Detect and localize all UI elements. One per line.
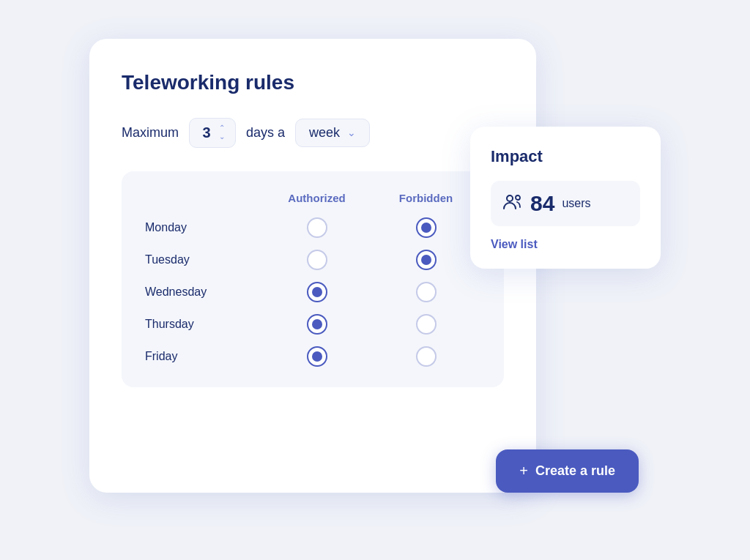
maximum-row: Maximum 3 ⌃ ⌄ days a week ⌄	[122, 118, 504, 148]
forbidden-radio-cell[interactable]	[371, 217, 480, 238]
svg-point-1	[516, 195, 520, 200]
table-row: Tuesday	[145, 250, 480, 270]
card-title: Teleworking rules	[122, 71, 504, 94]
authorized-radio-cell[interactable]	[262, 250, 371, 270]
forbidden-radio-cell[interactable]	[371, 314, 480, 335]
forbidden-radio[interactable]	[416, 282, 437, 302]
forbidden-radio[interactable]	[416, 250, 437, 270]
table-row: Thursday	[145, 314, 480, 335]
chevron-down-icon: ⌄	[347, 127, 356, 138]
stepper-up-arrow[interactable]: ⌃	[219, 124, 225, 132]
users-label: users	[562, 197, 590, 210]
day-name: Thursday	[145, 318, 262, 331]
authorized-radio[interactable]	[307, 217, 327, 238]
authorized-radio[interactable]	[307, 314, 327, 335]
period-dropdown[interactable]: week ⌄	[295, 119, 370, 147]
forbidden-radio[interactable]	[416, 314, 437, 335]
view-list-link[interactable]: View list	[491, 238, 538, 250]
table-row: Monday	[145, 217, 480, 238]
impact-users-row: 84 users	[491, 181, 640, 226]
days-a-label: days a	[246, 125, 285, 141]
forbidden-radio[interactable]	[416, 346, 437, 367]
forbidden-radio-cell[interactable]	[371, 250, 480, 270]
number-stepper[interactable]: 3 ⌃ ⌄	[189, 118, 236, 148]
impact-card: Impact 84 users View list	[470, 127, 661, 269]
col-header-forbidden: Forbidden	[371, 192, 480, 204]
day-name: Wednesday	[145, 285, 262, 299]
authorized-radio-cell[interactable]	[262, 217, 371, 238]
stepper-down-arrow[interactable]: ⌄	[219, 133, 225, 141]
teleworking-rules-card: Teleworking rules Maximum 3 ⌃ ⌄ days a w…	[89, 39, 536, 493]
users-count: 84	[530, 191, 554, 216]
table-header: Authorized Forbidden	[145, 192, 480, 204]
period-value: week	[309, 125, 340, 141]
day-name: Monday	[145, 221, 262, 234]
day-rows-container: MondayTuesdayWednesdayThursdayFriday	[145, 217, 480, 367]
forbidden-radio-cell[interactable]	[371, 282, 480, 302]
forbidden-radio-cell[interactable]	[371, 346, 480, 367]
svg-point-0	[507, 195, 513, 201]
users-icon	[502, 193, 523, 214]
forbidden-radio[interactable]	[416, 217, 437, 238]
day-name: Friday	[145, 350, 262, 363]
authorized-radio-cell[interactable]	[262, 282, 371, 302]
create-rule-label: Create a rule	[535, 463, 615, 479]
table-row: Wednesday	[145, 282, 480, 302]
create-rule-button[interactable]: + Create a rule	[496, 449, 639, 493]
table-header-empty	[145, 192, 262, 204]
plus-icon: +	[519, 463, 528, 479]
impact-title: Impact	[491, 147, 640, 166]
table-row: Friday	[145, 346, 480, 367]
stepper-value: 3	[200, 124, 213, 141]
day-name: Tuesday	[145, 253, 262, 266]
authorized-radio-cell[interactable]	[262, 314, 371, 335]
authorized-radio-cell[interactable]	[262, 346, 371, 367]
days-table: Authorized Forbidden MondayTuesdayWednes…	[122, 171, 504, 387]
maximum-label: Maximum	[122, 125, 179, 141]
authorized-radio[interactable]	[307, 282, 327, 302]
authorized-radio[interactable]	[307, 250, 327, 270]
stepper-arrows[interactable]: ⌃ ⌄	[219, 124, 225, 141]
authorized-radio[interactable]	[307, 346, 327, 367]
col-header-authorized: Authorized	[262, 192, 371, 204]
